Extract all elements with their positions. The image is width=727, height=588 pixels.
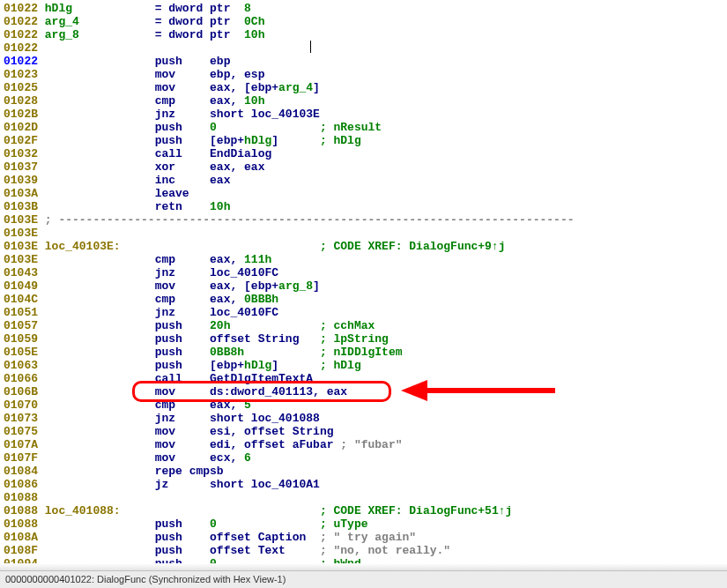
asm-token: = dword ptr xyxy=(155,2,244,15)
asm-token: push [ xyxy=(45,359,217,372)
asm-line[interactable]: 0103E ; --------------------------------… xyxy=(4,213,723,227)
asm-token: ; CODE XREF: DialogFunc+9↑j xyxy=(320,240,506,253)
asm-line[interactable]: 01088 xyxy=(4,491,723,504)
address: 01073 xyxy=(4,412,45,425)
asm-token: 10h xyxy=(210,200,230,213)
asm-token: aFubar xyxy=(293,438,341,451)
asm-line[interactable]: 0104C cmp eax, 0BBBh xyxy=(4,293,723,306)
asm-token: ; nIDDlgItem xyxy=(320,346,403,359)
asm-token: ebp xyxy=(251,279,271,293)
asm-line[interactable]: 01057 push 20h ; cchMax xyxy=(4,319,723,332)
address: 01022 xyxy=(4,41,45,55)
asm-token: EndDialog xyxy=(210,147,271,160)
asm-line[interactable]: 01088 push 0 ; uType xyxy=(4,517,723,531)
address: 0103E xyxy=(4,227,45,240)
asm-line[interactable]: 0103E loc_40103E: ; CODE XREF: DialogFun… xyxy=(4,240,723,253)
address: 01084 xyxy=(4,465,45,478)
asm-token: xor xyxy=(45,160,210,174)
asm-line[interactable]: 01086 jz short loc_4010A1 xyxy=(4,478,723,491)
asm-token: String xyxy=(258,332,320,346)
asm-line[interactable]: 0103A leave xyxy=(4,187,723,200)
asm-token: eax xyxy=(210,160,230,174)
asm-line[interactable]: 01059 push offset String ; lpString xyxy=(4,332,723,346)
asm-line[interactable]: 01063 push [ebp+hDlg] ; hDlg xyxy=(4,359,723,372)
address: 0107A xyxy=(4,438,45,451)
asm-line[interactable]: 01022 arg_4 = dword ptr 0Ch xyxy=(4,15,723,28)
asm-line[interactable]: 01075 mov esi, offset String xyxy=(4,425,723,438)
asm-line[interactable]: 0107F mov ecx, 6 xyxy=(4,451,723,465)
address: 0103E xyxy=(4,213,45,227)
asm-line[interactable]: 0108F push offset Text ; "no, not really… xyxy=(4,544,723,557)
asm-token: hDlg xyxy=(244,134,271,147)
asm-token: cmp xyxy=(45,398,210,412)
asm-token: eax xyxy=(244,160,264,174)
asm-line[interactable]: 0107A mov edi, offset aFubar ; "fubar" xyxy=(4,438,723,451)
asm-token: jnz xyxy=(45,266,210,279)
asm-line[interactable]: 01073 jnz short loc_401088 xyxy=(4,412,723,425)
address: 01070 xyxy=(4,398,45,412)
asm-token: , xyxy=(230,68,244,81)
asm-token: , offset xyxy=(230,438,292,451)
address: 01028 xyxy=(4,94,45,108)
asm-token: push xyxy=(45,121,210,134)
address: 0108A xyxy=(4,531,45,544)
asm-token: + xyxy=(271,279,278,293)
asm-line[interactable]: 01022 arg_8 = dword ptr 10h xyxy=(4,28,723,41)
asm-line[interactable]: 0103E xyxy=(4,227,723,240)
asm-line[interactable]: 0102B jnz short loc_40103E xyxy=(4,108,723,121)
asm-token: = dword ptr xyxy=(155,15,244,28)
asm-token: push xyxy=(45,517,210,531)
asm-line[interactable]: 01039 inc eax xyxy=(4,174,723,187)
asm-token: eax xyxy=(210,174,230,187)
asm-token: loc_4010FC xyxy=(210,306,278,319)
asm-line[interactable]: 01028 cmp eax, 10h xyxy=(4,94,723,108)
address: 0102F xyxy=(4,134,45,147)
asm-token: loc_4010A1 xyxy=(251,478,320,491)
address: 01088 xyxy=(4,517,45,531)
asm-token: , xyxy=(230,293,244,306)
asm-line[interactable]: 01022 push ebp xyxy=(4,55,723,68)
asm-token: , xyxy=(230,398,244,412)
address: 01063 xyxy=(4,359,45,372)
asm-line[interactable]: 0106B mov ds:dword_401113, eax xyxy=(4,385,723,398)
asm-line[interactable]: 01037 xor eax, eax xyxy=(4,160,723,174)
asm-line[interactable]: 01088 loc_401088: ; CODE XREF: DialogFun… xyxy=(4,504,723,517)
asm-token: , [ xyxy=(230,81,250,94)
asm-token: ; CODE XREF: DialogFunc+51↑j xyxy=(320,504,512,517)
asm-token: 111h xyxy=(244,253,271,266)
asm-line[interactable]: 0108A push offset Caption ; " try again" xyxy=(4,531,723,544)
asm-token: , xyxy=(230,253,244,266)
asm-token: jnz xyxy=(45,306,210,319)
asm-token: repe cmpsb xyxy=(45,465,224,478)
asm-line[interactable]: 0102F push [ebp+hDlg] ; hDlg xyxy=(4,134,723,147)
disassembly-listing[interactable]: 01022 hDlg = dword ptr 801022 arg_4 = dw… xyxy=(0,0,727,588)
asm-line[interactable]: 01051 jnz loc_4010FC xyxy=(4,306,723,319)
asm-line[interactable]: 0103B retn 10h xyxy=(4,200,723,213)
asm-token: edi xyxy=(210,438,230,451)
address: 0106B xyxy=(4,385,45,398)
asm-line[interactable]: 01070 cmp eax, 5 xyxy=(4,398,723,412)
asm-token: arg_4 xyxy=(45,15,155,28)
asm-token: arg_4 xyxy=(278,81,313,94)
asm-line[interactable]: 01049 mov eax, [ebp+arg_8] xyxy=(4,279,723,293)
asm-line[interactable]: 01066 call GetDlgItemTextA xyxy=(4,372,723,385)
asm-line[interactable]: 01084 repe cmpsb xyxy=(4,465,723,478)
asm-line[interactable]: 01043 jnz loc_4010FC xyxy=(4,266,723,279)
asm-line[interactable]: 01032 call EndDialog xyxy=(4,147,723,160)
address: 01088 xyxy=(4,504,45,517)
asm-line[interactable]: 01022 hDlg = dword ptr 8 xyxy=(4,2,723,15)
asm-line[interactable]: 01022 xyxy=(4,41,723,55)
asm-line[interactable]: 0105E push 0BB8h ; nIDDlgItem xyxy=(4,346,723,359)
asm-token: ; uType xyxy=(320,517,368,531)
asm-line[interactable]: 0103E cmp eax, 111h xyxy=(4,253,723,266)
asm-token: jz short xyxy=(45,478,251,491)
asm-token: ebp xyxy=(210,68,230,81)
asm-token: push offset xyxy=(45,544,258,557)
asm-token: push xyxy=(45,55,210,68)
asm-line[interactable]: 01023 mov ebp, esp xyxy=(4,68,723,81)
asm-token: , xyxy=(230,451,244,465)
asm-token: mov xyxy=(45,385,210,398)
asm-line[interactable]: 0102D push 0 ; nResult xyxy=(4,121,723,134)
asm-line[interactable]: 01025 mov eax, [ebp+arg_4] xyxy=(4,81,723,94)
address: 01022 xyxy=(4,55,45,68)
